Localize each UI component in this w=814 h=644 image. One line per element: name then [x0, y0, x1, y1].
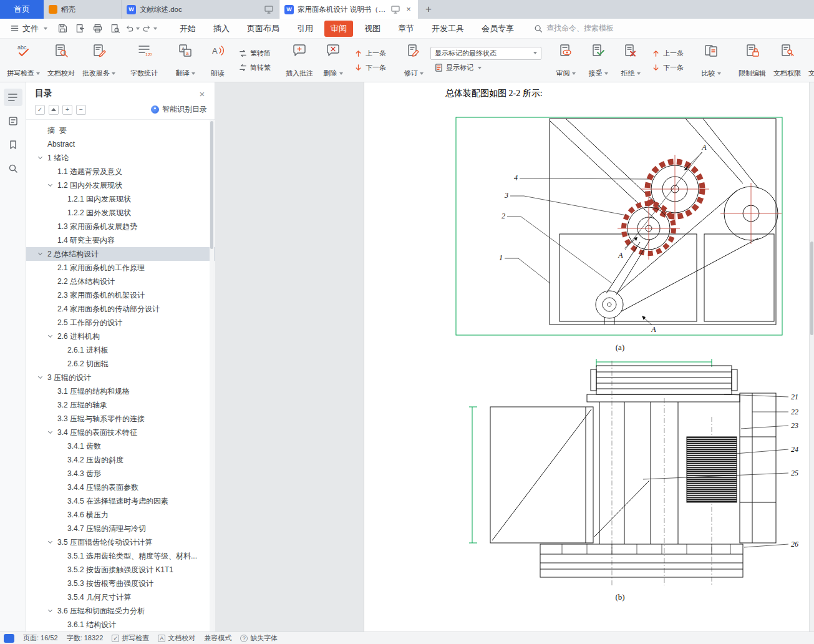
toc-item[interactable]: 1.2.2 国外发展现状 — [26, 206, 215, 220]
spellcheck-status[interactable]: ✓ 拼写检查 — [112, 633, 149, 643]
toc-item[interactable]: 3.5.4 几何尺寸计算 — [26, 590, 215, 604]
figure-assembly-side-view[interactable]: 4 3 2 1 A A A (a) — [455, 114, 785, 357]
toc-item[interactable]: 1.3 家用面条机发展趋势 — [26, 220, 215, 233]
insert-comment-button[interactable]: 插入批注 — [283, 41, 316, 80]
toc-scrollbar[interactable] — [210, 120, 214, 632]
ribbon-tab[interactable]: 会员专享 — [475, 21, 520, 37]
toc-item[interactable]: 3.2 压辊的轴承 — [26, 398, 215, 412]
detach-window-icon[interactable] — [264, 4, 274, 14]
toc-item[interactable]: 2 总体结构设计 — [26, 247, 215, 261]
search-panel-button[interactable] — [4, 160, 22, 177]
toc-collapse-button[interactable]: − — [76, 105, 86, 115]
home-tab[interactable]: 首页 — [0, 0, 44, 19]
spellcheck-button[interactable]: abc 拼写检查 — [4, 41, 43, 80]
ribbon-tab[interactable]: 开发工具 — [425, 21, 470, 37]
word-count-button[interactable]: 123 字数统计 — [127, 41, 161, 80]
document-certify-button[interactable]: 文档认证 — [805, 41, 814, 80]
toc-item[interactable]: 2.1 家用面条机的工作原理 — [26, 261, 215, 275]
ribbon-tab[interactable]: 章节 — [392, 21, 420, 37]
document-page[interactable]: 总体装配图如图 2-2 所示: — [364, 82, 809, 632]
toc-item[interactable]: 1 绪论 — [26, 151, 215, 165]
toc-item[interactable]: 3.4.2 压齿的斜度 — [26, 453, 215, 467]
document-scrollbar[interactable] — [809, 82, 814, 632]
collapse-arrow-icon[interactable] — [48, 429, 52, 434]
next-change-button[interactable]: 下一条 — [647, 61, 687, 74]
previous-comment-button[interactable]: 上一条 — [350, 47, 389, 59]
tab-docer[interactable]: 稻壳 — [44, 0, 122, 19]
toc-item[interactable]: 3.4 压辊的表面技术特征 — [26, 426, 215, 439]
toc-item[interactable]: 1.1 选题背景及意义 — [26, 165, 215, 178]
figure-assembly-front-view[interactable]: 21 22 23 24 25 26 (b) — [468, 357, 805, 603]
reject-change-button[interactable]: 拒绝 — [615, 41, 646, 80]
next-comment-button[interactable]: 下一条 — [350, 61, 389, 74]
print-preview-button[interactable] — [107, 22, 122, 36]
ribbon-tab[interactable]: 页面布局 — [241, 21, 286, 37]
missing-font-indicator[interactable]: ? 缺失字体 — [240, 633, 278, 643]
proofread-button[interactable]: 文档校对 — [44, 41, 78, 80]
toc-item[interactable]: 3.1 压辊的结构和规格 — [26, 384, 215, 398]
ribbon-tab[interactable]: 开始 — [173, 21, 202, 37]
word-count-indicator[interactable]: 字数: 18322 — [67, 633, 104, 643]
compat-mode-indicator[interactable]: 兼容模式 — [204, 633, 231, 643]
toc-collapse-all-button[interactable] — [49, 105, 59, 115]
command-search[interactable]: 查找命令、搜索模板 — [534, 23, 614, 34]
ribbon-tab[interactable]: 引用 — [291, 21, 319, 37]
toc-item[interactable]: 2.6 进料机构 — [26, 329, 215, 343]
scrollbar-thumb[interactable] — [810, 242, 813, 335]
page-indicator[interactable]: 页面: 16/52 — [23, 633, 58, 643]
markup-state-select[interactable]: 显示标记的最终状态 — [430, 47, 541, 60]
collapse-arrow-icon[interactable] — [38, 374, 42, 379]
file-menu-button[interactable]: 文件 — [5, 21, 52, 37]
scrollbar-thumb[interactable] — [210, 121, 213, 249]
annotations-panel-button[interactable] — [4, 112, 22, 130]
toc-expand-button[interactable]: + — [62, 105, 72, 115]
redo-button[interactable] — [142, 22, 157, 36]
toc-item[interactable]: 3.6.1 结构设计 — [26, 618, 215, 632]
collapse-arrow-icon[interactable] — [38, 251, 42, 255]
toc-panel-button[interactable] — [4, 89, 22, 106]
bookmarks-panel-button[interactable] — [4, 136, 22, 154]
toc-item[interactable]: 2.6.2 切面辊 — [26, 357, 215, 371]
toc-item[interactable]: 3.5.1 选用齿轮类型、精度等级、材料... — [26, 549, 215, 563]
compare-button[interactable]: 比较 — [695, 41, 727, 80]
toc-select-button[interactable]: ✓ — [35, 105, 45, 115]
toc-item[interactable]: 3.5.2 按齿面接触强度设计 K1T1 — [26, 563, 215, 577]
undo-button[interactable] — [125, 22, 140, 36]
tab-document-1[interactable]: W 文献综述.doc — [122, 0, 279, 19]
toc-item[interactable]: 1.2 国内外发展现状 — [26, 178, 215, 192]
collapse-arrow-icon[interactable] — [48, 182, 52, 187]
toc-item[interactable]: Abstract — [26, 137, 215, 151]
toc-item[interactable]: 3.4.6 横压力 — [26, 508, 215, 522]
toc-item[interactable]: 3.4.3 齿形 — [26, 467, 215, 481]
review-button[interactable]: 审阅 — [550, 41, 581, 80]
detach-window-icon[interactable] — [390, 4, 400, 14]
document-permission-button[interactable]: 文档权限 — [770, 41, 804, 80]
save-button[interactable] — [55, 22, 70, 36]
ribbon-tab[interactable]: 审阅 — [324, 21, 353, 37]
toc-item[interactable]: 3.4.7 压辊的清理与冷切 — [26, 522, 215, 535]
track-changes-button[interactable]: 修订 — [398, 41, 429, 80]
collapse-arrow-icon[interactable] — [38, 155, 42, 159]
close-tab-icon[interactable]: × — [404, 5, 413, 14]
show-markup-button[interactable]: 显示标记 — [430, 62, 541, 74]
collapse-arrow-icon[interactable] — [48, 539, 52, 544]
previous-change-button[interactable]: 上一条 — [647, 47, 687, 59]
print-button[interactable] — [90, 22, 105, 36]
toc-item[interactable]: 3.5.3 按齿根弯曲强度设计 — [26, 577, 215, 590]
translate-button[interactable]: Aa 翻译 — [170, 41, 201, 80]
tab-document-active[interactable]: W 家用面条机设计 说明书（论文） × — [279, 0, 418, 19]
toc-item[interactable]: 1.2.1 国内发展现状 — [26, 192, 215, 206]
toc-item[interactable]: 3.4.4 压辊的表面参数 — [26, 481, 215, 494]
restrict-editing-button[interactable]: 限制编辑 — [735, 41, 769, 80]
smart-recognize-button[interactable]: 智能识别目录 — [151, 104, 207, 115]
new-tab-button[interactable]: + — [418, 0, 439, 19]
wps-assistant-icon[interactable] — [4, 634, 14, 643]
correction-service-button[interactable]: 批改服务 — [79, 41, 119, 80]
toc-item[interactable]: 3 压辊的设计 — [26, 371, 215, 384]
toc-item[interactable]: 3.6 压辊和切面辊受力分析 — [26, 604, 215, 618]
collapse-arrow-icon[interactable] — [48, 608, 52, 612]
proofread-status[interactable]: A 文档校对 — [158, 633, 195, 643]
ribbon-tab[interactable]: 视图 — [358, 21, 387, 37]
toc-item[interactable]: 3.5 压面辊齿轮传动设计计算 — [26, 535, 215, 549]
accept-change-button[interactable]: 接受 — [583, 41, 614, 80]
